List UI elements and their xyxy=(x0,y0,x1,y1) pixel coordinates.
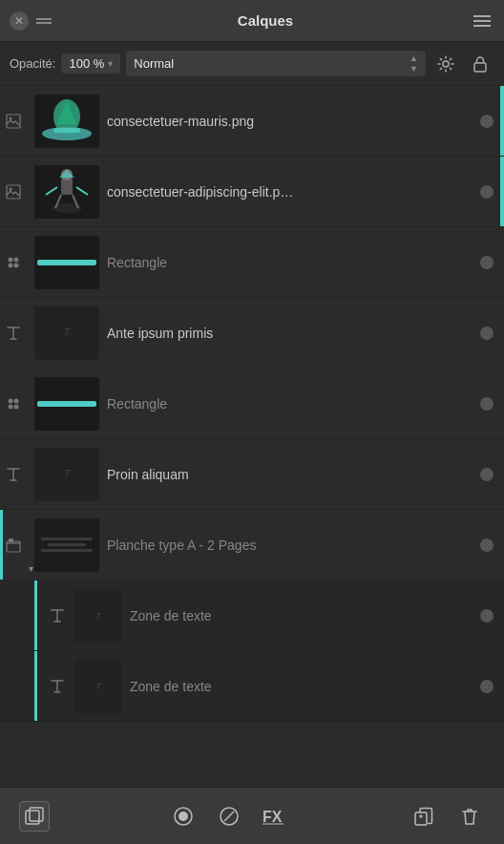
record-icon xyxy=(173,806,194,827)
layer-item-sub[interactable]: T Zone de texte xyxy=(0,651,504,722)
layer-thumbnail xyxy=(34,165,99,219)
svg-point-20 xyxy=(9,263,13,267)
blend-mode-arrows-icon: ▲▼ xyxy=(410,53,418,74)
fx-button[interactable]: FX xyxy=(260,801,290,832)
lock-icon xyxy=(472,55,488,73)
gear-icon xyxy=(437,55,454,73)
layer-thumbnail: T xyxy=(34,448,99,501)
layer-item-sub[interactable]: T Zone de texte xyxy=(0,580,504,651)
layer-name: Proin aliquam xyxy=(107,467,475,482)
toolbar-left-group xyxy=(19,801,50,832)
layer-type-text-icon xyxy=(0,326,27,341)
layer-visibility-toggle[interactable] xyxy=(475,397,504,411)
opacity-value-text: 100 % xyxy=(69,56,104,71)
lock-button[interactable] xyxy=(466,50,494,78)
svg-rect-7 xyxy=(53,128,80,133)
layer-visibility-toggle[interactable] xyxy=(475,468,504,481)
svg-rect-36 xyxy=(415,812,427,825)
new-layer-button[interactable] xyxy=(19,801,50,832)
layer-thumbnail: T xyxy=(34,306,99,360)
svg-line-14 xyxy=(76,187,88,195)
toolbar-right-group xyxy=(409,801,485,832)
svg-line-13 xyxy=(46,187,57,195)
delete-button[interactable] xyxy=(454,801,485,832)
layer-item-group[interactable]: Planche type A - 2 Pages ▾ xyxy=(0,510,504,580)
thumb-planche-content xyxy=(34,518,99,572)
clear-button[interactable] xyxy=(214,801,244,832)
layer-list: consectetuer-mauris.png consectetuer-adi… xyxy=(0,86,504,787)
panel-header: ✕ Calques xyxy=(0,0,504,42)
visibility-dot-icon xyxy=(480,609,494,622)
thumb-text-preview: T xyxy=(34,306,99,360)
layer-name: Rectangle xyxy=(107,255,475,270)
layer-item[interactable]: consectetuer-adipiscing-elit.p… xyxy=(0,157,504,227)
sub-accent xyxy=(34,580,37,650)
blend-mode-text: Normal xyxy=(134,56,174,71)
layer-visibility-toggle[interactable] xyxy=(475,256,504,269)
thumb-line xyxy=(37,401,95,407)
layer-thumbnail: T xyxy=(74,660,122,713)
layer-type-group-icon xyxy=(0,538,27,553)
close-icon: ✕ xyxy=(14,14,24,28)
svg-point-23 xyxy=(14,398,19,403)
visibility-dot-icon xyxy=(480,185,494,199)
layer-name: Rectangle xyxy=(107,396,475,411)
selected-accent xyxy=(500,86,504,156)
svg-rect-8 xyxy=(7,185,20,199)
opacity-value-control[interactable]: 100 % ▾ xyxy=(61,53,120,74)
bottom-toolbar: FX xyxy=(0,787,504,844)
svg-rect-27 xyxy=(9,538,13,542)
blend-mode-select[interactable]: Normal ▲▼ xyxy=(126,51,426,76)
no-entry-icon xyxy=(219,806,240,827)
layer-visibility-toggle[interactable] xyxy=(475,680,504,693)
layer-thumbnail xyxy=(34,236,99,289)
opacity-label: Opacité: xyxy=(10,56,55,71)
opacity-chevron-icon: ▾ xyxy=(108,58,113,69)
layer-item[interactable]: T Ante ipsum primis xyxy=(0,298,504,369)
visibility-dot-icon xyxy=(480,256,494,269)
layer-type-image-icon xyxy=(0,114,27,129)
toolbar-center-group: FX xyxy=(168,801,290,832)
sub-accent xyxy=(34,651,37,721)
svg-text:FX: FX xyxy=(262,809,283,825)
visibility-dot-icon xyxy=(480,538,494,552)
layer-name: Zone de texte xyxy=(130,608,475,623)
visibility-dot-icon xyxy=(480,397,494,411)
thumb-text-preview: T xyxy=(34,448,99,501)
layer-visibility-toggle[interactable] xyxy=(475,538,504,552)
svg-rect-28 xyxy=(26,811,39,824)
grip-handle[interactable] xyxy=(36,18,52,24)
layer-item[interactable]: T Proin aliquam xyxy=(0,439,504,510)
layer-type-image-icon xyxy=(0,184,27,200)
fx-icon: FX xyxy=(262,807,287,826)
menu-button[interactable] xyxy=(470,9,494,33)
layer-thumbnail xyxy=(34,518,99,572)
duplicate-icon xyxy=(413,806,434,827)
duplicate-button[interactable] xyxy=(409,801,439,832)
layer-item[interactable]: Rectangle xyxy=(0,227,504,298)
new-layer-icon xyxy=(24,806,45,827)
svg-rect-29 xyxy=(30,808,43,821)
layer-type-text-icon xyxy=(48,608,67,623)
layer-visibility-toggle[interactable] xyxy=(475,327,504,340)
svg-point-3 xyxy=(10,116,12,119)
selected-accent xyxy=(500,157,504,226)
layer-item[interactable]: Rectangle xyxy=(0,369,504,439)
layer-visibility-toggle[interactable] xyxy=(475,609,504,622)
close-button[interactable]: ✕ xyxy=(10,11,29,31)
layer-thumbnail xyxy=(34,377,99,431)
layer-name: Ante ipsum primis xyxy=(107,326,475,341)
opacity-bar: Opacité: 100 % ▾ Normal ▲▼ xyxy=(0,42,504,86)
svg-line-33 xyxy=(224,812,234,821)
collapse-chevron-icon[interactable]: ▾ xyxy=(29,563,33,574)
svg-rect-2 xyxy=(7,115,20,128)
layer-name: consectetuer-mauris.png xyxy=(107,114,475,129)
thumb-text-preview: T xyxy=(74,589,122,643)
svg-point-25 xyxy=(14,404,19,409)
visibility-dot-icon xyxy=(480,468,494,481)
record-button[interactable] xyxy=(168,801,199,832)
layer-type-shape-icon xyxy=(0,255,27,270)
layer-settings-button[interactable] xyxy=(431,50,460,78)
svg-point-24 xyxy=(9,404,13,409)
layer-item[interactable]: consectetuer-mauris.png xyxy=(0,86,504,157)
